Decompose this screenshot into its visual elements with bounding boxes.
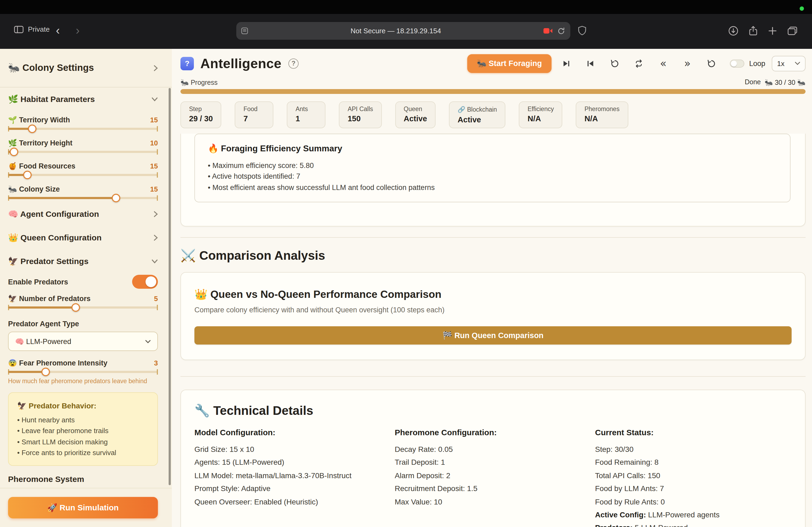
stat-card-queen: Queen Active: [395, 102, 436, 128]
colony-size-slider[interactable]: [8, 194, 158, 202]
behavior-item: • Leave fear pheromone trails: [17, 425, 149, 437]
number-of-predators-value: 5: [154, 295, 158, 302]
speed-value: 1x: [777, 59, 784, 67]
chevron-right-icon: [154, 65, 158, 71]
colony-size-value: 15: [150, 185, 158, 193]
reader-icon[interactable]: [241, 27, 248, 34]
territory-width-slider[interactable]: [8, 124, 158, 133]
territory-height-label: 🌿 Territory Height: [8, 139, 73, 147]
start-foraging-button[interactable]: 🐜 Start Foraging: [467, 54, 551, 73]
summary-item: • Maximum efficiency score: 5.80: [208, 161, 777, 171]
fear-pheromone-intensity-value: 3: [154, 359, 158, 367]
pheromone-configuration-column: Pheromone Configuration: Decay Rate: 0.0…: [395, 428, 595, 527]
predator-agent-type-select[interactable]: 🧠 LLM-Powered: [8, 332, 158, 351]
chevron-right-icon: [154, 211, 158, 217]
stat-card-api-calls: API Calls 150: [339, 102, 382, 128]
browser-toolbar: Private ‹ › Not Secure — 18.219.29.154: [0, 14, 812, 49]
progress-bar-fill: [180, 89, 806, 94]
slider-thumb[interactable]: [112, 194, 120, 202]
slider-thumb[interactable]: [71, 303, 80, 312]
private-label: Private: [28, 25, 50, 33]
summary-item: • Active hotspots identified: 7: [208, 171, 777, 182]
rewind-button[interactable]: «: [653, 54, 674, 73]
tab-overview-icon[interactable]: [787, 26, 798, 35]
back-button[interactable]: ‹: [56, 24, 60, 37]
predator-behavior-box: 🦅 Predator Behavior: • Hunt nearby ants …: [8, 392, 158, 466]
reset-button[interactable]: [701, 54, 722, 73]
new-tab-icon[interactable]: [768, 26, 777, 35]
restart-button[interactable]: [604, 54, 626, 73]
tech-line: Step: 30/30: [595, 443, 792, 456]
stat-card-ants: Ants 1: [287, 102, 326, 128]
sidebar: 🐜 Colony Settings 🌿 Habitat Parameters 🌱…: [0, 49, 172, 527]
sidebar-toggle-icon[interactable]: [14, 26, 24, 33]
enable-predators-toggle[interactable]: [132, 275, 158, 289]
technical-details-card: 🔧 Technical Details Model Configuration:…: [180, 390, 806, 527]
stats-row: Step 29 / 30 Food 7 Ants 1 API Calls 150…: [180, 102, 806, 128]
run-queen-comparison-button[interactable]: 🏁 Run Queen Comparison: [194, 326, 792, 345]
downloads-icon[interactable]: [728, 26, 738, 36]
behavior-item: • Hunt nearby ants: [17, 415, 149, 425]
progress-bar: [180, 89, 806, 94]
forward-button[interactable]: ›: [76, 24, 80, 37]
foraging-efficiency-summary: 🔥 Foraging Efficiency Summary • Maximum …: [194, 134, 791, 202]
section-queen-configuration[interactable]: 👑 Queen Configuration: [8, 226, 158, 250]
territory-height-slider[interactable]: [8, 148, 158, 156]
number-of-predators-slider[interactable]: [8, 303, 158, 312]
slider-thumb[interactable]: [41, 367, 50, 376]
queen-comparison-title: 👑 Queen vs No-Queen Performance Comparis…: [194, 288, 792, 301]
tech-line: Queen Overseer: Enabled (Heuristic): [194, 495, 395, 508]
speed-select[interactable]: 1x: [772, 56, 806, 71]
section-predator-settings[interactable]: 🦅 Predator Settings: [8, 250, 158, 273]
address-bar[interactable]: Not Secure — 18.219.29.154: [236, 22, 570, 40]
reload-icon[interactable]: [557, 27, 565, 35]
repeat-button[interactable]: [628, 54, 650, 73]
chevron-right-icon: [154, 235, 158, 241]
slider-thumb[interactable]: [23, 171, 32, 179]
tech-line: Grid Size: 15 x 10: [194, 443, 395, 456]
camera-icon[interactable]: [543, 28, 553, 34]
chevron-down-icon: [145, 340, 151, 343]
tech-line: Trail Deposit: 1: [395, 456, 595, 469]
section-pheromone-system-partial[interactable]: Pheromone System: [8, 474, 158, 484]
fear-pheromone-intensity-label: 😨 Fear Pheromone Intensity: [8, 359, 107, 367]
sidebar-header[interactable]: 🐜 Colony Settings: [0, 49, 172, 88]
double-chevron-left-icon: «: [660, 58, 667, 69]
chevron-down-icon: [151, 97, 158, 102]
number-of-predators-label: 🦅 Number of Predators: [8, 295, 90, 302]
tech-line: Total API Calls: 150: [595, 469, 792, 482]
reset-icon: [707, 59, 716, 68]
repeat-icon: [635, 59, 644, 68]
tech-line: Agents: 15 (LLM-Powered): [194, 456, 395, 469]
run-simulation-button[interactable]: 🚀 Run Simulation: [8, 497, 158, 518]
fast-forward-button[interactable]: »: [677, 54, 698, 73]
behavior-item: • Force ants to prioritize survival: [17, 448, 149, 458]
double-chevron-right-icon: »: [684, 58, 691, 69]
camera-status-dot: [800, 6, 804, 11]
chevron-down-icon: [151, 259, 158, 264]
section-habitat-parameters[interactable]: 🌿 Habitat Parameters: [8, 88, 158, 111]
loop-toggle[interactable]: [730, 59, 744, 67]
section-agent-configuration[interactable]: 🧠 Agent Configuration: [8, 202, 158, 226]
url-text: Not Secure — 18.219.29.154: [248, 27, 543, 35]
help-icon[interactable]: ?: [288, 58, 299, 69]
fear-pheromone-intensity-slider[interactable]: [8, 367, 158, 376]
slider-thumb[interactable]: [28, 124, 36, 133]
food-resources-slider[interactable]: [8, 171, 158, 179]
technical-details-heading: 🔧 Technical Details: [194, 403, 792, 418]
food-resources-control: 🍯 Food Resources 15: [8, 161, 158, 179]
slider-thumb[interactable]: [10, 148, 18, 156]
comparison-analysis-heading: ⚔️ Comparison Analysis: [180, 247, 806, 264]
sidebar-scrollbar[interactable]: [169, 88, 171, 485]
shield-icon[interactable]: [578, 26, 586, 35]
tech-line: Food by LLM Ants: 7: [595, 482, 792, 495]
sidebar-footer: 🚀 Run Simulation: [0, 488, 172, 527]
tech-line: Prompt Style: Adaptive: [194, 482, 395, 495]
skip-to-end-button[interactable]: [556, 54, 577, 73]
colony-size-label: 🐜 Colony Size: [8, 185, 60, 193]
number-of-predators-control: 🦅 Number of Predators 5: [8, 293, 158, 312]
stat-card-step: Step 29 / 30: [180, 102, 221, 128]
main-content: ? Antelligence ? 🐜 Start Foraging: [172, 49, 812, 527]
share-icon[interactable]: [749, 26, 758, 36]
skip-to-start-button[interactable]: [580, 54, 601, 73]
